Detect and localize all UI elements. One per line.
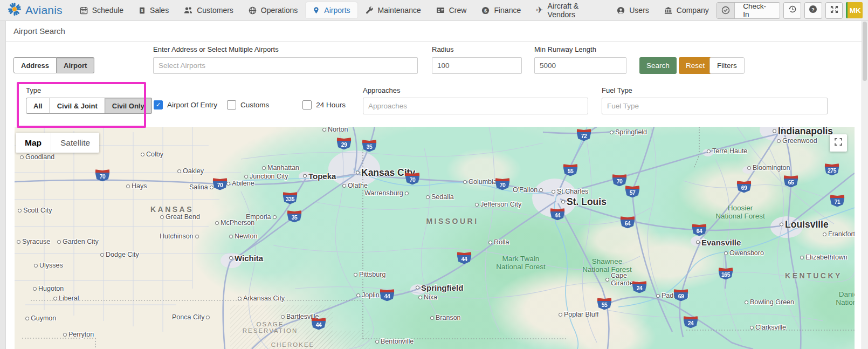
nav-item-schedule[interactable]: Schedule xyxy=(73,2,130,18)
plane-icon: ✈ xyxy=(536,6,543,15)
city-name: Jefferson City xyxy=(480,201,521,208)
map-city-label: Terre Haute xyxy=(707,147,747,155)
fullscreen-button[interactable] xyxy=(830,134,847,152)
select-airports-input[interactable] xyxy=(153,57,418,74)
history-button[interactable] xyxy=(783,2,801,19)
radius-label: Radius xyxy=(432,45,453,53)
filters-button[interactable]: Filters xyxy=(709,57,745,74)
radius-input[interactable] xyxy=(432,57,522,74)
city-dot xyxy=(342,184,346,188)
map-button[interactable]: Map xyxy=(16,133,51,153)
nav-item-airports[interactable]: Airports xyxy=(306,2,357,18)
nav-item-company[interactable]: Company xyxy=(657,2,716,18)
interstate-number: 165 xyxy=(721,271,730,278)
help-button[interactable]: ? xyxy=(804,2,822,19)
interstate-number: 65 xyxy=(788,179,794,186)
city-dot xyxy=(724,251,728,255)
city-dot xyxy=(552,190,555,194)
runway-label: Min Runway Length xyxy=(534,45,596,53)
nav-item-users[interactable]: Users xyxy=(610,2,656,18)
nav-item-maintenance[interactable]: Maintenance xyxy=(359,2,428,18)
approaches-input[interactable] xyxy=(363,98,588,114)
nav-item-crew[interactable]: Crew xyxy=(429,2,474,18)
map-city-label: Evansville xyxy=(696,238,741,247)
checkbox-box[interactable]: ✓ xyxy=(154,100,163,110)
svg-text:$: $ xyxy=(141,8,143,12)
checkbox-airport-of-entry[interactable]: ✓Airport Of Entry xyxy=(154,100,217,110)
type-option-civil-only[interactable]: Civil Only xyxy=(105,98,152,114)
map-state-label: MISSOURI xyxy=(426,217,478,225)
city-dot xyxy=(405,191,409,195)
city-name: Frankfort xyxy=(828,230,855,238)
nav-item-operations[interactable]: Operations xyxy=(242,2,305,18)
interstate-number: 44 xyxy=(555,212,561,218)
city-name: Liberal xyxy=(59,295,79,302)
city-name: Topeka xyxy=(308,172,336,181)
city-name: Ponca City xyxy=(172,313,204,321)
satellite-button[interactable]: Satellite xyxy=(51,133,99,153)
city-dot xyxy=(418,296,422,299)
type-option-civil-joint[interactable]: Civil & Joint xyxy=(50,98,105,114)
check-in-label: Check-In xyxy=(735,3,780,18)
interstate-number: 29 xyxy=(341,141,347,148)
city-dot xyxy=(303,174,307,178)
map-city-label: Great Bend xyxy=(160,213,200,221)
svg-text:?: ? xyxy=(811,6,815,12)
city-name: Junction City xyxy=(250,173,288,180)
city-dot xyxy=(100,253,104,257)
map-city-label: Abilene xyxy=(226,180,254,187)
city-name: Springfield xyxy=(615,128,647,136)
interstate-number: 70 xyxy=(410,176,416,183)
city-name: Bloomington xyxy=(753,164,790,172)
interstate-number: 57 xyxy=(630,189,636,196)
map-city-label: Hutchinson xyxy=(160,232,199,240)
city-name: Garden City xyxy=(63,238,99,245)
city-dot xyxy=(229,256,233,260)
globe-icon xyxy=(249,6,257,15)
checkbox-box[interactable] xyxy=(302,100,312,110)
fuel-type-input[interactable] xyxy=(602,98,828,114)
type-toggle-group: AllCivil & JointCivil Only xyxy=(26,98,152,114)
mode-option-airport[interactable]: Airport xyxy=(57,57,94,73)
map-area-label: OSAGE RESERVATION xyxy=(243,321,298,334)
scrollbar-thumb[interactable] xyxy=(863,22,867,81)
city-dot xyxy=(229,235,233,238)
page-scrollbar[interactable] xyxy=(862,20,868,349)
city-name: St. Louis xyxy=(567,196,607,208)
pin-icon xyxy=(313,6,320,14)
city-dot xyxy=(63,333,67,337)
app-logo[interactable]: Avianis xyxy=(0,2,72,18)
checkbox-customs[interactable]: Customs xyxy=(227,100,269,110)
interstate-number: 72 xyxy=(581,133,587,139)
interstate-number: 275 xyxy=(828,167,836,174)
nav-item-sales[interactable]: $Sales xyxy=(132,2,176,18)
map-city-label: Hugoton xyxy=(33,285,64,292)
city-dot xyxy=(823,232,826,236)
city-name: Elizabethtown xyxy=(805,254,848,261)
map-canvas[interactable]: NortonGoodlandColbyOakleyHaysSalinaAbile… xyxy=(15,127,855,349)
type-option-all[interactable]: All xyxy=(26,98,50,114)
app-window: { "navbar": { "logo_text": "Avianis", "i… xyxy=(0,0,868,349)
reset-button[interactable]: Reset xyxy=(679,57,712,74)
nav-item-label: Maintenance xyxy=(378,6,421,15)
interstate-number: 44 xyxy=(461,256,467,262)
city-name: Syracuse xyxy=(22,238,50,245)
search-button[interactable]: Search xyxy=(639,57,677,74)
nav-item-label: Operations xyxy=(261,6,298,15)
nav-item-aircraft-vendors[interactable]: ✈Aircraft & Vendors xyxy=(529,2,609,18)
map-city-label: Oakley xyxy=(177,167,204,175)
app-name: Avianis xyxy=(25,4,63,17)
nav-item-finance[interactable]: $Finance xyxy=(474,2,528,18)
expand-button[interactable] xyxy=(825,2,843,19)
checkbox-box[interactable] xyxy=(227,100,236,110)
mode-option-address[interactable]: Address xyxy=(13,57,57,73)
approaches-label: Approaches xyxy=(363,86,400,94)
map-city-label: Garden City xyxy=(57,238,99,245)
nav-item-customers[interactable]: Customers xyxy=(177,2,240,18)
city-name: Greenwood xyxy=(782,137,817,145)
min-runway-input[interactable] xyxy=(534,57,626,74)
checkbox-label: Customs xyxy=(240,101,269,109)
check-in-button[interactable]: Check-In xyxy=(717,2,781,19)
checkbox-24-hours[interactable]: 24 Hours xyxy=(302,100,346,110)
user-avatar[interactable]: MK xyxy=(846,2,863,18)
